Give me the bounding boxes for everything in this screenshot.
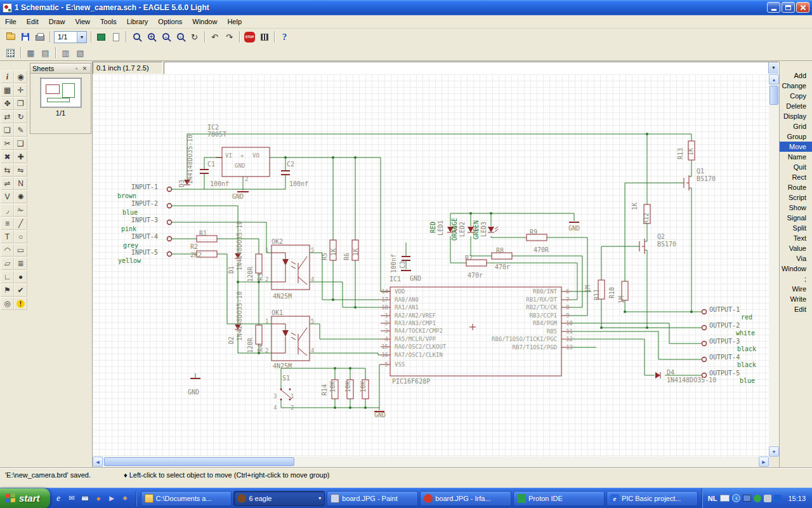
delete-tool[interactable]: ✖ bbox=[1, 150, 14, 163]
split-tool[interactable]: ✁ bbox=[14, 204, 27, 217]
command-rect[interactable]: Rect bbox=[780, 172, 812, 182]
panel-close-icon[interactable]: ✕ bbox=[81, 65, 89, 72]
menu-library[interactable]: Library bbox=[122, 16, 154, 27]
scroll-up-icon[interactable]: ▲ bbox=[769, 74, 779, 84]
miter-tool[interactable]: ◞ bbox=[1, 204, 14, 217]
command-semicolon[interactable]: ; bbox=[780, 274, 812, 284]
horizontal-scroll-thumb[interactable] bbox=[104, 457, 294, 466]
menu-view[interactable]: View bbox=[70, 16, 95, 27]
stop-button[interactable]: STOP bbox=[242, 30, 257, 44]
gateswap-tool[interactable]: ⇌ bbox=[1, 177, 14, 190]
zoom-tool[interactable]: ◎ bbox=[1, 297, 14, 310]
net-tool[interactable]: ∟ bbox=[1, 271, 14, 283]
mark-tool[interactable]: ✛ bbox=[14, 84, 27, 97]
network-tray-icon[interactable] bbox=[774, 495, 782, 502]
command-name[interactable]: Name bbox=[780, 152, 812, 162]
menu-file[interactable]: File bbox=[0, 16, 22, 27]
scroll-left-icon[interactable]: ◀ bbox=[93, 457, 103, 467]
command-quit[interactable]: Quit bbox=[780, 162, 812, 172]
taskbar-task[interactable]: ePIC Basic project... bbox=[606, 491, 698, 506]
redo-button[interactable]: ↷ bbox=[222, 30, 237, 44]
command-display[interactable]: Display bbox=[780, 111, 812, 121]
taskbar-task[interactable]: board.JPG - Irfa... bbox=[420, 491, 511, 506]
label-tool[interactable]: ⚑ bbox=[1, 284, 14, 297]
menu-tools[interactable]: Tools bbox=[95, 16, 122, 27]
invoke-tool[interactable]: ≡ bbox=[1, 217, 14, 230]
sheets-panel-header[interactable]: Sheets ▫ ✕ bbox=[30, 64, 91, 74]
value-tool[interactable]: V bbox=[1, 190, 14, 203]
maximize-button[interactable] bbox=[782, 2, 795, 13]
command-add[interactable]: Add bbox=[780, 70, 812, 81]
open-button[interactable] bbox=[3, 30, 18, 44]
help-button[interactable]: ? bbox=[277, 30, 292, 44]
display-tool[interactable]: ▦ bbox=[1, 84, 14, 97]
frame-button-3[interactable]: ▥ bbox=[58, 46, 73, 60]
zoom-select-button[interactable] bbox=[173, 30, 187, 44]
sheet-thumbnail[interactable] bbox=[41, 78, 81, 107]
quicklaunch-firefox[interactable]: ● bbox=[93, 492, 105, 504]
minimize-button[interactable] bbox=[767, 2, 780, 13]
frame-button-4[interactable]: ▧ bbox=[73, 46, 88, 60]
add-tool[interactable]: ✚ bbox=[14, 150, 27, 163]
move-tool[interactable]: ✥ bbox=[1, 97, 14, 110]
command-delete[interactable]: Delete bbox=[780, 101, 812, 111]
zoom-fit-button[interactable] bbox=[129, 30, 143, 44]
command-via[interactable]: Via bbox=[780, 253, 812, 264]
scroll-down-icon[interactable]: ▼ bbox=[769, 446, 779, 457]
command-change[interactable]: Change bbox=[780, 81, 812, 91]
command-show[interactable]: Show bbox=[780, 203, 812, 213]
errors-tool[interactable]: ! bbox=[14, 297, 27, 310]
command-route[interactable]: Route bbox=[780, 182, 812, 192]
dock-pin-icon[interactable]: ▫ bbox=[72, 65, 81, 72]
wire-tool[interactable]: ╱ bbox=[14, 217, 27, 230]
quicklaunch-eagle[interactable]: ◆ bbox=[119, 492, 131, 504]
command-edit[interactable]: Edit bbox=[780, 304, 812, 314]
horizontal-scrollbar[interactable]: ◀ ▶ bbox=[93, 457, 769, 467]
zoom-in-button[interactable] bbox=[143, 30, 158, 44]
volume-tray-icon[interactable] bbox=[764, 495, 771, 502]
frame-button-1[interactable]: ▦ bbox=[23, 46, 38, 60]
change-tool[interactable]: ✎ bbox=[14, 124, 27, 137]
polygon-tool[interactable]: ▱ bbox=[1, 257, 14, 270]
replace-tool[interactable]: ⇋ bbox=[14, 164, 27, 177]
command-dropdown-icon[interactable]: ▼ bbox=[768, 62, 778, 74]
language-indicator[interactable]: NL bbox=[708, 495, 717, 502]
command-text[interactable]: Text bbox=[780, 233, 812, 243]
start-button[interactable]: start bbox=[0, 488, 50, 508]
command-split[interactable]: Split bbox=[780, 223, 812, 233]
command-window[interactable]: Window bbox=[780, 264, 812, 274]
erc-tool[interactable]: ✔ bbox=[14, 284, 27, 297]
menu-draw[interactable]: Draw bbox=[44, 16, 70, 27]
show-tool[interactable]: ◉ bbox=[14, 70, 27, 83]
menu-window[interactable]: Window bbox=[187, 16, 222, 27]
scroll-right-icon[interactable]: ▶ bbox=[759, 457, 769, 467]
menu-options[interactable]: Options bbox=[153, 16, 187, 27]
quicklaunch-mail[interactable]: ✉ bbox=[66, 492, 78, 504]
command-move[interactable]: Move bbox=[780, 142, 812, 152]
run-ulp-button[interactable] bbox=[257, 30, 272, 44]
sheet-selector[interactable]: 1/1▼ bbox=[54, 31, 87, 43]
cut-tool[interactable]: ✂ bbox=[1, 137, 14, 150]
quicklaunch-ie[interactable]: e bbox=[53, 492, 65, 504]
antivirus-tray-icon[interactable] bbox=[754, 495, 761, 502]
taskbar-task[interactable]: Proton IDE bbox=[513, 491, 605, 506]
quicklaunch-show-desktop[interactable] bbox=[79, 492, 91, 504]
frame-button-2[interactable]: ▤ bbox=[38, 46, 53, 60]
dropdown-arrow-icon[interactable]: ▼ bbox=[77, 32, 86, 43]
hide-icons-button[interactable]: ‹ bbox=[732, 494, 740, 502]
arc-tool[interactable]: ◠ bbox=[1, 244, 14, 257]
quicklaunch-media[interactable]: ▶ bbox=[106, 492, 118, 504]
name-tool[interactable]: N bbox=[14, 177, 27, 190]
taskbar-task[interactable]: C:\Documents a... bbox=[141, 491, 232, 506]
sheet-button[interactable] bbox=[108, 30, 123, 44]
junction-tool[interactable]: ● bbox=[14, 271, 27, 283]
command-copy[interactable]: Copy bbox=[780, 91, 812, 101]
vertical-scrollbar[interactable]: ▲ ▼ bbox=[769, 74, 779, 457]
zoom-out-button[interactable] bbox=[158, 30, 173, 44]
vertical-scroll-thumb[interactable] bbox=[769, 86, 778, 105]
grid-dots-button[interactable] bbox=[3, 46, 18, 60]
info-tool[interactable]: i bbox=[1, 70, 14, 83]
command-wire[interactable]: Wire bbox=[780, 284, 812, 294]
mirror-tool[interactable]: ⇄ bbox=[1, 110, 14, 123]
rect-tool[interactable]: ▭ bbox=[14, 244, 27, 257]
